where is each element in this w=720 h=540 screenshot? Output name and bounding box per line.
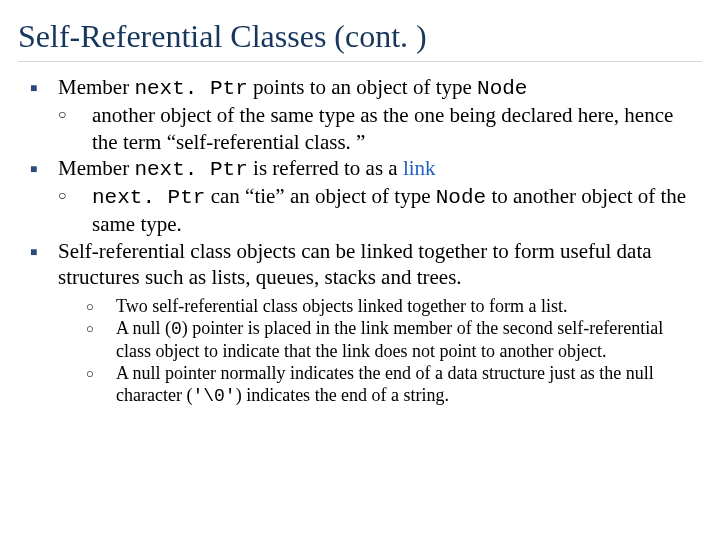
square-bullet-icon: ■	[30, 238, 58, 291]
circle-bullet-icon: ○	[58, 102, 92, 155]
bullet-3-sub-1-text: Two self-referential class objects linke…	[116, 296, 690, 318]
bullet-3-sub-1: ○ Two self-referential class objects lin…	[58, 296, 690, 318]
bullet-2: ■ Member next. Ptr is referred to as a l…	[30, 155, 690, 183]
slide-content: ■ Member next. Ptr points to an object o…	[0, 72, 720, 408]
square-bullet-icon: ■	[30, 155, 58, 183]
bullet-2-text: Member next. Ptr is referred to as a lin…	[58, 155, 690, 183]
bullet-1-text: Member next. Ptr points to an object of …	[58, 74, 690, 102]
slide-page: Self-Referential Classes (cont. ) ■ Memb…	[0, 0, 720, 540]
square-bullet-icon: ■	[30, 74, 58, 102]
bullet-3-sub-3: ○ A null pointer normally indicates the …	[58, 363, 690, 408]
bullet-1: ■ Member next. Ptr points to an object o…	[30, 74, 690, 102]
circle-bullet-icon: ○	[58, 183, 92, 238]
circle-bullet-icon: ○	[86, 296, 116, 318]
slide-title: Self-Referential Classes (cont. )	[0, 0, 720, 59]
bullet-3: ■ Self-referential class objects can be …	[30, 238, 690, 291]
circle-bullet-icon: ○	[86, 318, 116, 363]
bullet-1-sub-1-text: another object of the same type as the o…	[92, 102, 690, 155]
bullet-3-sub-2-text: A null (0) pointer is placed in the link…	[116, 318, 690, 363]
bullet-3-sub-2: ○ A null (0) pointer is placed in the li…	[58, 318, 690, 363]
bullet-3-text: Self-referential class objects can be li…	[58, 238, 690, 291]
bullet-2-sub-1-text: next. Ptr can “tie” an object of type No…	[92, 183, 690, 238]
bullet-3-sub-3-text: A null pointer normally indicates the en…	[116, 363, 690, 408]
bullet-3-subs: ○ Two self-referential class objects lin…	[30, 296, 690, 408]
bullet-2-sub-1: ○ next. Ptr can “tie” an object of type …	[30, 183, 690, 238]
bullet-1-sub-1: ○ another object of the same type as the…	[30, 102, 690, 155]
circle-bullet-icon: ○	[86, 363, 116, 408]
title-rule	[18, 61, 702, 62]
